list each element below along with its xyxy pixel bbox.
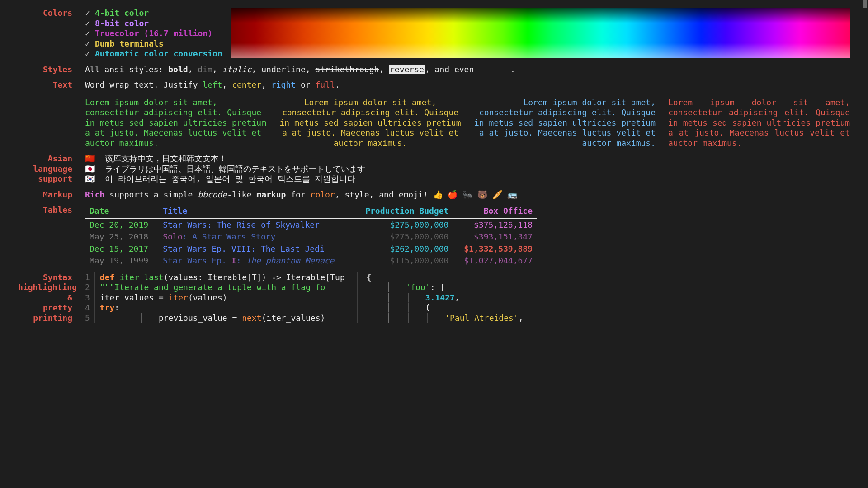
col-budget: Production Budget (354, 205, 453, 219)
check-icon: ✓ (85, 39, 95, 49)
flag-cn-icon: 🇨🇳 (85, 154, 95, 163)
col-box: Box Office (453, 205, 537, 219)
table-row: Dec 20, 2019Star Wars: The Rise of Skywa… (85, 219, 537, 231)
color-spectrum-icon (231, 8, 850, 58)
col-date: Date (85, 205, 158, 219)
flag-jp-icon: 🇯🇵 (85, 164, 95, 174)
check-icon: ✓ (85, 28, 95, 39)
check-icon: ✓ (85, 8, 95, 19)
check-icon: ✓ (85, 19, 95, 29)
feature-8bit: 8-bit color (95, 19, 149, 28)
markup-line: Rich supports a simple bbcode-like marku… (85, 190, 850, 200)
section-label-tables: Tables (18, 205, 85, 216)
movies-table: Date Title Production Budget Box Office … (85, 205, 537, 267)
emoji-row-icon: 👍 🍎 🐜 🐻 🥖 🚌 (433, 190, 517, 199)
styles-demo: All ansi styles: bold, dim, italic, unde… (85, 65, 850, 75)
code-right-pane: { │ 'foo': [ │ │ 3.1427, │ │ ( │ │ │ 'Pa… (357, 272, 524, 324)
line-number-gutter: 1 2 3 4 5 (85, 272, 95, 324)
code-left-pane: 1 2 3 4 5 def iter_last(values: Iterable… (85, 272, 345, 324)
feature-truecolor: Truecolor (16.7 million) (95, 28, 212, 38)
lorem-justify: Lorem ipsum dolor sit amet, consectetur … (668, 98, 850, 149)
col-title: Title (158, 205, 354, 219)
lorem-left: Lorem ipsum dolor sit amet, consectetur … (85, 98, 267, 149)
section-label-text: Text (18, 80, 85, 90)
feature-4bit: 4-bit color (95, 8, 149, 18)
section-label-styles: Styles (18, 65, 85, 75)
feature-autoconv: Automatic color conversion (95, 49, 222, 58)
table-row: May 25, 2018Solo: A Star Wars Story$275,… (85, 231, 537, 243)
asian-lines: 🇨🇳 该库支持中文，日文和韩文文本！ 🇯🇵 ライブラリは中国語、日本語、韓国語の… (85, 154, 850, 184)
color-feature-list: ✓4-bit color ✓8-bit color ✓Truecolor (16… (85, 8, 222, 59)
lorem-right: Lorem ipsum dolor sit amet, consectetur … (474, 98, 656, 149)
section-label-colors: Colors (18, 8, 85, 19)
feature-dumb: Dumb terminals (95, 39, 164, 48)
flag-kr-icon: 🇰🇷 (85, 174, 95, 183)
table-row: May 19, 1999Star Wars Ep. I: The phantom… (85, 255, 537, 267)
justify-line: Word wrap text. Justify left, center, ri… (85, 80, 850, 90)
lorem-center: Lorem ipsum dolor sit amet, consectetur … (279, 98, 461, 149)
scrollbar-indicator[interactable] (863, 0, 867, 8)
section-label-asian: Asian language support (18, 154, 85, 184)
check-icon: ✓ (85, 49, 95, 59)
section-label-markup: Markup (18, 190, 85, 200)
section-label-syntax: Syntax highlighting & pretty printing (18, 272, 85, 324)
table-row: Dec 15, 2017Star Wars Ep. VIII: The Last… (85, 243, 537, 255)
